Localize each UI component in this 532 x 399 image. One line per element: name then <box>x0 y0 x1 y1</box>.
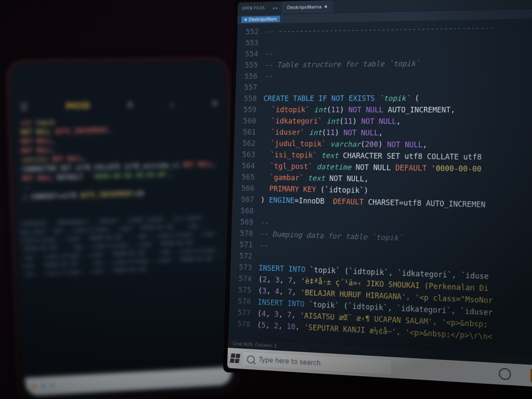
open-files-label: OPEN FILES <box>238 6 269 11</box>
modified-dot-icon <box>325 5 327 8</box>
tab-active[interactable]: DeskripsiNama <box>281 0 333 14</box>
editor-window: OPEN FILES ◂ ▸ DeskripsiNama DeskripsiNa… <box>227 0 532 389</box>
search-icon <box>247 355 255 363</box>
phone-badge: MOD <box>65 100 90 111</box>
code-editor[interactable]: 552 553 554 555 556 557 558 559 560 561 … <box>228 18 532 356</box>
phone-search-icon: ⌕ <box>170 99 175 109</box>
search-placeholder: Type here to search <box>259 356 320 367</box>
phone-more-icon: ≡ <box>211 98 219 108</box>
tab-nav[interactable]: ◂ ▸ <box>269 5 281 11</box>
phone-code-preview: int topik NOT NULL AUTO_INCREMENT, NOT N… <box>20 114 222 211</box>
open-file-name: DeskripsiNam <box>249 17 277 22</box>
phone-screen: ☰ MOD A ⌕ ≡ int topik NOT NULL AUTO_INCR… <box>10 61 236 399</box>
phone-data-preview: (idtopik , idkategori , iduser , judul_t… <box>20 213 232 375</box>
file-dot-icon <box>245 18 247 20</box>
start-button[interactable] <box>230 353 241 363</box>
code-text[interactable]: -- -------------------------------------… <box>254 18 532 356</box>
phone-device: ☰ MOD A ⌕ ≡ int topik NOT NULL AUTO_INCR… <box>5 57 240 399</box>
status-position: Line 609, Column 1 <box>233 341 277 349</box>
phone-menu-icon: ☰ <box>20 101 28 112</box>
laptop-device: OPEN FILES ◂ ▸ DeskripsiNama DeskripsiNa… <box>223 0 532 393</box>
tab-title: DeskripsiNama <box>287 4 322 10</box>
taskbar-cortana-icon[interactable] <box>499 368 511 380</box>
phone-font-icon: A <box>127 99 133 110</box>
taskbar-sublime-icon[interactable] <box>530 369 532 383</box>
open-file-badge[interactable]: DeskripsiNam <box>241 16 281 23</box>
taskbar-explorer-icon[interactable] <box>514 368 528 382</box>
phone-toolbar: ☰ MOD A ⌕ ≡ <box>20 98 219 112</box>
